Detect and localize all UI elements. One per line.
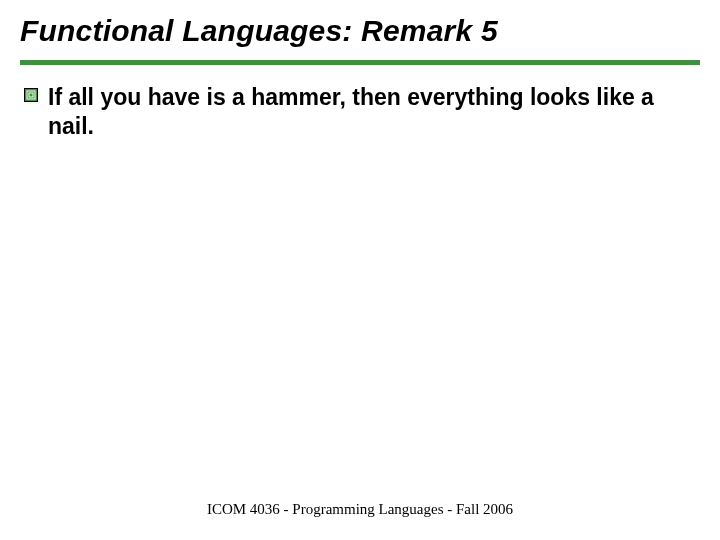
slide: Functional Languages: Remark 5 If all yo…	[0, 0, 720, 540]
bullet-text: If all you have is a hammer, then everyt…	[48, 83, 680, 141]
square-bullet-icon	[24, 88, 38, 106]
svg-rect-0	[25, 89, 38, 102]
page-title: Functional Languages: Remark 5	[20, 14, 700, 58]
bullet-item: If all you have is a hammer, then everyt…	[24, 83, 680, 141]
content-area: If all you have is a hammer, then everyt…	[20, 65, 700, 141]
slide-footer: ICOM 4036 - Programming Languages - Fall…	[0, 501, 720, 518]
